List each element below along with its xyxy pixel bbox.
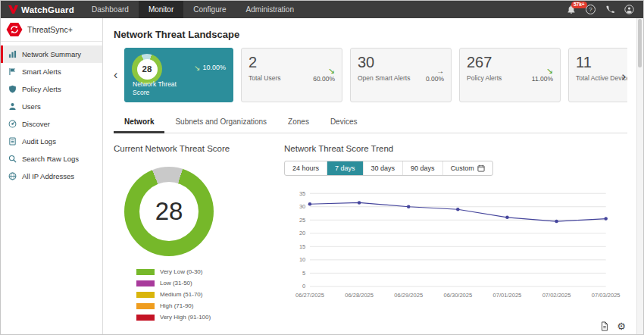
card-total-active-devices[interactable]: 11 Total Active Devices ↘ xyxy=(568,48,627,102)
document-icon xyxy=(8,137,17,146)
sidebar-item-label: Network Summary xyxy=(22,50,81,58)
settings-button[interactable]: ⚙ xyxy=(617,321,626,331)
card-value: 30 xyxy=(358,55,410,70)
score-trend-panel: Network Threat Score Trend 24 hours 7 da… xyxy=(277,133,627,321)
app-window: WatchGuard Dashboard Monitor Configure A… xyxy=(0,0,644,335)
trend-down-icon: ↘ xyxy=(328,67,335,75)
svg-text:35: 35 xyxy=(299,190,305,197)
legend-swatch xyxy=(136,315,155,321)
radar-icon xyxy=(8,120,17,128)
sidebar-item-label: Audit Logs xyxy=(22,137,56,146)
watchguard-logo[interactable]: WatchGuard xyxy=(1,5,82,14)
main-nav: Dashboard Monitor Configure Administrati… xyxy=(82,1,304,18)
nav-monitor[interactable]: Monitor xyxy=(139,1,183,18)
svg-text:0: 0 xyxy=(302,283,305,290)
sidebar-item-search-raw-logs[interactable]: Search Raw Logs xyxy=(1,150,102,168)
contact-button[interactable] xyxy=(605,5,614,14)
tab-bar: Network Subnets and Organizations Zones … xyxy=(114,112,627,133)
nav-administration[interactable]: Administration xyxy=(236,1,304,18)
scrollbar-thumb[interactable] xyxy=(638,19,642,67)
range-90-days-button[interactable]: 90 days xyxy=(403,161,443,175)
trend-down-icon: ↘ xyxy=(546,67,553,75)
svg-text:06/28/2025: 06/28/2025 xyxy=(345,292,374,299)
sidebar-item-discover[interactable]: Discover xyxy=(1,115,102,133)
card-network-threat-score[interactable]: 28 ↘ 10.00% Network Threat Score xyxy=(124,48,233,102)
card-policy-alerts[interactable]: 267 Policy Alerts ↘ 11.00% xyxy=(459,48,561,102)
card-delta-row: ↘ 10.00% xyxy=(194,64,226,71)
trend-panel-title: Network Threat Score Trend xyxy=(284,144,627,153)
kpi-cards: 28 ↘ 10.00% Network Threat Score 2 Total… xyxy=(124,48,627,102)
range-30-days-button[interactable]: 30 days xyxy=(364,161,404,175)
export-report-icon xyxy=(600,321,609,331)
legend-label: Low (31-50) xyxy=(160,280,192,286)
range-7-days-button[interactable]: 7 days xyxy=(327,161,364,175)
navbar-actions: 57k+ ? xyxy=(567,5,643,14)
user-icon xyxy=(8,102,17,111)
tab-subnets-and-organizations[interactable]: Subnets and Organizations xyxy=(164,112,277,133)
sidebar-item-label: Search Raw Logs xyxy=(22,155,79,163)
sidebar-item-users[interactable]: Users xyxy=(1,98,102,115)
brand-name: WatchGuard xyxy=(21,5,74,14)
card-value: 2 xyxy=(249,55,281,70)
sidebar-item-network-summary[interactable]: Network Summary xyxy=(1,45,102,63)
sidebar-item-all-ip-addresses[interactable]: All IP Addresses xyxy=(1,168,102,185)
sidebar-item-smart-alerts[interactable]: Smart Alerts xyxy=(1,63,102,80)
card-delta: 0.00% xyxy=(426,75,444,83)
vertical-scrollbar[interactable] xyxy=(636,18,643,334)
notifications-button[interactable]: 57k+ xyxy=(567,5,576,14)
card-open-smart-alerts[interactable]: 30 Open Smart Alerts → 0.00% xyxy=(350,48,452,102)
shield-icon xyxy=(8,85,17,93)
tab-devices[interactable]: Devices xyxy=(320,112,368,133)
nav-dashboard[interactable]: Dashboard xyxy=(82,1,139,18)
trend-flat-icon: → xyxy=(436,67,444,74)
svg-text:06/27/2025: 06/27/2025 xyxy=(295,292,324,299)
card-main: 2 Total Users xyxy=(249,55,281,95)
svg-text:06/30/2025: 06/30/2025 xyxy=(443,292,472,299)
card-label: Network Threat Score xyxy=(133,80,180,97)
help-button[interactable]: ? xyxy=(586,5,596,14)
carousel-prev-button[interactable]: ‹ xyxy=(114,69,124,81)
user-circle-icon xyxy=(624,5,634,14)
trend-down-icon: ↘ xyxy=(194,64,200,71)
card-value: 267 xyxy=(467,55,502,70)
bar-chart-icon xyxy=(8,50,17,58)
notification-badge: 57k+ xyxy=(571,2,587,9)
sidebar-item-policy-alerts[interactable]: Policy Alerts xyxy=(1,80,102,98)
sidebar-item-label: All IP Addresses xyxy=(22,172,74,180)
sidebar-item-audit-logs[interactable]: Audit Logs xyxy=(1,133,102,150)
card-delta-row: ↘ 11.00% xyxy=(532,55,553,95)
main-content: Network Threat Landscape ‹ 28 ↘ 10.00% N… xyxy=(103,18,636,334)
export-report-button[interactable] xyxy=(600,321,609,331)
card-value: 11 xyxy=(576,55,627,70)
range-24-hours-button[interactable]: 24 hours xyxy=(285,161,327,175)
sidebar-item-label: Discover xyxy=(22,120,50,128)
globe-icon xyxy=(8,172,17,180)
threatsync-icon xyxy=(6,21,23,38)
svg-text:20: 20 xyxy=(299,230,305,236)
footer-tools: ⚙ xyxy=(600,321,626,331)
threat-score-trend-chart: 0510152025303506/27/202506/28/202506/29/… xyxy=(284,182,627,312)
tab-network[interactable]: Network xyxy=(114,112,164,133)
current-score-panel: Current Network Threat Score 28 Very Low… xyxy=(114,133,277,321)
card-delta-row: ↘ 60.00% xyxy=(313,55,335,95)
card-total-users[interactable]: 2 Total Users ↘ 60.00% xyxy=(241,48,342,102)
account-button[interactable] xyxy=(624,5,634,14)
card-label: Open Smart Alerts xyxy=(358,74,410,83)
threat-score-donut: 28 xyxy=(124,167,214,256)
carousel-next-button[interactable]: › xyxy=(622,70,626,83)
range-custom-button[interactable]: Custom xyxy=(443,161,492,175)
nav-configure[interactable]: Configure xyxy=(183,1,236,18)
legend-item-low: Low (31-50) xyxy=(136,280,277,286)
card-main: 267 Policy Alerts xyxy=(467,55,502,95)
threat-level-legend: Very Low (0-30) Low (31-50) Medium (51-7… xyxy=(136,268,277,321)
score-panel-title: Current Network Threat Score xyxy=(114,144,277,153)
sidebar-menu: Network Summary Smart Alerts Policy Aler… xyxy=(1,42,102,185)
legend-swatch xyxy=(136,269,155,275)
svg-text:07/03/2025: 07/03/2025 xyxy=(592,292,621,299)
svg-text:07/01/2025: 07/01/2025 xyxy=(493,292,522,299)
tab-zones[interactable]: Zones xyxy=(277,112,320,133)
sidebar-item-label: Users xyxy=(22,102,41,111)
legend-item-medium: Medium (51-70) xyxy=(136,291,277,298)
top-navbar: WatchGuard Dashboard Monitor Configure A… xyxy=(1,1,643,18)
legend-swatch xyxy=(136,303,155,309)
